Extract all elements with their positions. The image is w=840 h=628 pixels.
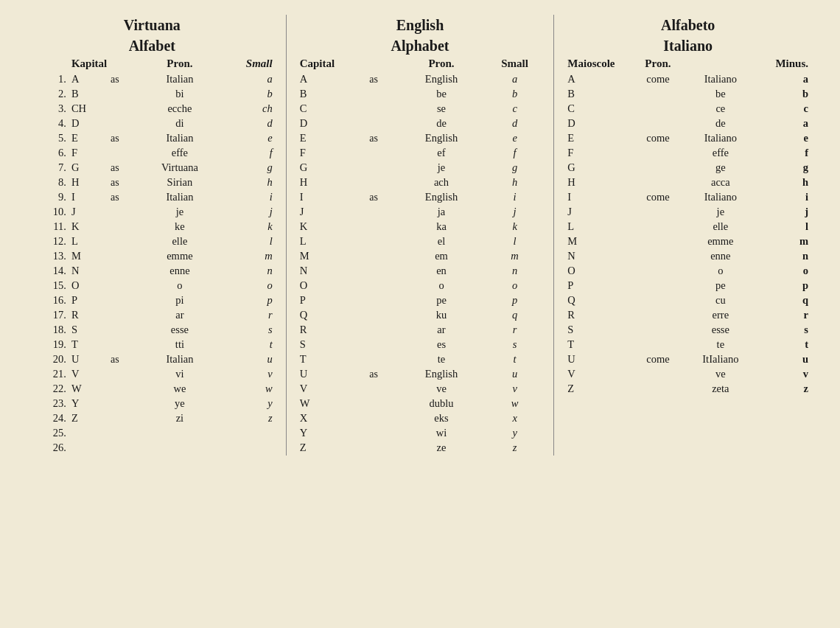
table-row: Ywiy <box>298 426 543 441</box>
table-row: Nennen <box>565 249 811 264</box>
table-row: Lellel <box>565 220 811 234</box>
table-row: 6.Feffef <box>29 146 275 161</box>
table-row: 12.Lellel <box>29 234 275 249</box>
table-row: Memm <box>298 249 543 264</box>
table-row: UasEnglishu <box>298 367 543 382</box>
divider-1 <box>286 15 287 456</box>
english-header-row: Capital Pron. Small <box>298 56 543 72</box>
table-row: Kkak <box>298 220 543 234</box>
table-row: 23.Yyey <box>29 397 275 411</box>
table-row: 5.EasItaliane <box>29 131 275 146</box>
table-row: Jjej <box>565 205 811 220</box>
table-row: Zzez <box>298 441 543 456</box>
table-row: Hachh <box>298 175 543 190</box>
table-row: Sesses <box>565 323 811 338</box>
english-title1: English <box>396 17 444 33</box>
table-row: 4.Ddid <box>29 116 275 131</box>
table-row: Ppep <box>298 293 543 308</box>
english-title: English Alphabet <box>298 15 543 56</box>
table-row: 25. <box>29 426 275 441</box>
table-row: Ppep <box>565 279 811 293</box>
table-row: Ddea <box>565 116 811 131</box>
eng-col-capital: Capital <box>298 56 368 72</box>
table-row: Dded <box>298 116 543 131</box>
virtuana-header-row: Kapital Pron. Small <box>29 56 275 72</box>
table-row: 16.Ppip <box>29 293 275 308</box>
table-row: Nenn <box>298 264 543 279</box>
ital-col-pron: Pron. <box>635 56 681 72</box>
table-row: Qcuq <box>565 293 811 308</box>
table-row: Jjaj <box>298 205 543 220</box>
table-row: Feffef <box>565 146 811 161</box>
table-row: 11.Kkek <box>29 220 275 234</box>
virtuana-title: Virtuana Alfabet <box>29 15 275 56</box>
italiano-title2: Italiano <box>663 38 713 54</box>
table-row: Qkuq <box>298 308 543 323</box>
ital-col-pron2 <box>681 56 760 72</box>
table-row: 3.CHecchech <box>29 102 275 116</box>
ital-col-minus: Minus. <box>760 56 811 72</box>
table-row: Memmem <box>565 234 811 249</box>
table-row: Ttet <box>298 352 543 367</box>
table-row: 7.GasVirtuanag <box>29 161 275 175</box>
virt-col-num <box>29 56 69 72</box>
table-row: Haccah <box>565 175 811 190</box>
virt-col-small: Small <box>223 56 274 72</box>
table-row: 20.UasItalianu <box>29 352 275 367</box>
virtuana-title1: Virtuana <box>124 17 181 33</box>
table-row: 10.Jjej <box>29 205 275 220</box>
table-row: AasEnglisha <box>298 72 543 87</box>
table-row: 24.Zziz <box>29 411 275 426</box>
ital-col-maioscole: Maioscole <box>565 56 635 72</box>
table-row: Feff <box>298 146 543 161</box>
table-row: 22.Wwew <box>29 382 275 397</box>
table-row: EasEnglishe <box>298 131 543 146</box>
table-row: 1.AasItaliana <box>29 72 275 87</box>
main-page: Virtuana Alfabet Kapital Pron. Small 1.A… <box>22 15 818 456</box>
divider-2 <box>553 15 554 456</box>
table-row: 8.HasSirianh <box>29 175 275 190</box>
table-row: 15.Ooo <box>29 279 275 293</box>
table-row: AcomeItalianoa <box>565 72 811 87</box>
table-row: Csec <box>298 102 543 116</box>
table-row: IasEnglishi <box>298 190 543 205</box>
table-row: UcomeItIalianou <box>565 352 811 367</box>
italiano-title1: Alfabeto <box>661 17 715 33</box>
table-row: Sess <box>298 338 543 352</box>
table-row: Ttet <box>565 338 811 352</box>
italiano-section: Alfabeto Italiano Maioscole Pron. Minus.… <box>558 15 818 456</box>
italiano-table: Maioscole Pron. Minus. AcomeItalianoa Bb… <box>565 56 811 397</box>
table-row: Bbeb <box>298 87 543 102</box>
table-row: Rarr <box>298 323 543 338</box>
table-row: Vvev <box>565 367 811 382</box>
table-row: 19.Tttit <box>29 338 275 352</box>
table-row: Gjeg <box>298 161 543 175</box>
italiano-title: Alfabeto Italiano <box>565 15 811 56</box>
table-row: EcomeItalianoe <box>565 131 811 146</box>
table-row: Ooo <box>298 279 543 293</box>
virt-col-kapital: Kapital <box>69 56 136 72</box>
virt-col-pron: Pron. <box>136 56 223 72</box>
table-row: 18.Sesses <box>29 323 275 338</box>
table-row: 21.Vviv <box>29 367 275 382</box>
table-row: 26. <box>29 441 275 456</box>
table-row: Zzetaz <box>565 382 811 397</box>
table-row: Vvev <box>298 382 543 397</box>
table-row: Ooo <box>565 264 811 279</box>
eng-col-pron: Pron. <box>396 56 487 72</box>
virtuana-table: Kapital Pron. Small 1.AasItaliana 2.Bbib… <box>29 56 275 456</box>
virtuana-section: Virtuana Alfabet Kapital Pron. Small 1.A… <box>22 15 282 456</box>
table-row: 17.Rarr <box>29 308 275 323</box>
virtuana-title2: Alfabet <box>129 38 175 54</box>
table-row: Lell <box>298 234 543 249</box>
table-row: Bbeb <box>565 87 811 102</box>
table-row: 9.IasItaliani <box>29 190 275 205</box>
table-row: Ccec <box>565 102 811 116</box>
table-row: IcomeItalianoi <box>565 190 811 205</box>
table-row: 2.Bbib <box>29 87 275 102</box>
table-row: Wdubluw <box>298 397 543 411</box>
table-row: 13.Memmem <box>29 249 275 264</box>
english-title2: Alphabet <box>391 38 449 54</box>
table-row: Ggeg <box>565 161 811 175</box>
table-row: Rerrer <box>565 308 811 323</box>
